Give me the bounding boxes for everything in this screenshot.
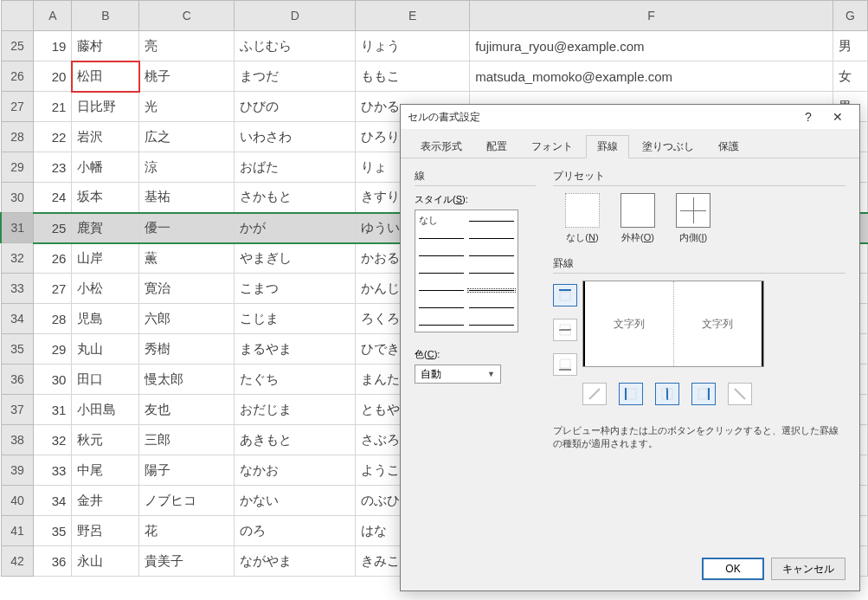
dialog-titlebar[interactable]: セルの書式設定 ? ✕ — [401, 105, 859, 129]
cell[interactable]: 山岸 — [72, 243, 139, 274]
tab-0[interactable]: 表示形式 — [409, 135, 473, 158]
row-header[interactable]: 41 — [1, 516, 34, 546]
cell[interactable]: 25 — [34, 213, 72, 243]
cell[interactable]: まつだ — [235, 61, 356, 92]
line-style-item[interactable] — [469, 273, 514, 274]
cell[interactable]: 涼 — [139, 152, 235, 183]
cell[interactable]: 28 — [34, 304, 72, 334]
cell[interactable]: 貴美子 — [139, 546, 235, 577]
cell[interactable]: 32 — [34, 425, 72, 455]
cell[interactable]: 31 — [34, 395, 72, 425]
tab-5[interactable]: 保護 — [707, 135, 750, 158]
cell[interactable]: 鹿賀 — [72, 213, 139, 243]
line-style-item[interactable] — [419, 307, 464, 308]
ok-button[interactable]: OK — [702, 558, 764, 580]
cell[interactable]: 丸山 — [72, 334, 139, 365]
preset-none[interactable]: なし(N) — [565, 193, 600, 244]
cell[interactable]: 33 — [34, 455, 72, 486]
row-header[interactable]: 28 — [1, 122, 34, 152]
row-header[interactable]: 25 — [1, 31, 34, 61]
cell[interactable]: 秀樹 — [139, 334, 235, 365]
row-header[interactable]: 37 — [1, 395, 34, 425]
cell[interactable]: おだじま — [235, 395, 356, 425]
cell[interactable]: fujimura_ryou@example.com — [470, 31, 833, 61]
cell[interactable]: 亮 — [139, 31, 235, 61]
cell[interactable]: いわさわ — [235, 122, 356, 152]
cell[interactable]: 27 — [34, 274, 72, 304]
cell[interactable]: 中尾 — [72, 455, 139, 486]
line-style-item[interactable] — [469, 221, 514, 222]
row-header[interactable]: 33 — [1, 274, 34, 304]
line-style-item[interactable] — [419, 273, 464, 274]
border-diag2-button[interactable] — [728, 383, 752, 405]
cell[interactable]: 金井 — [72, 486, 139, 516]
line-style-item[interactable] — [469, 238, 514, 239]
cell[interactable]: 21 — [34, 92, 72, 122]
cell[interactable]: 藤村 — [72, 31, 139, 61]
tab-1[interactable]: 配置 — [475, 135, 518, 158]
cell[interactable]: こまつ — [235, 274, 356, 304]
line-style-item[interactable] — [419, 238, 464, 239]
cell[interactable]: 桃子 — [139, 61, 235, 92]
column-header[interactable]: F — [470, 1, 833, 31]
row-header[interactable]: 38 — [1, 425, 34, 455]
row-header[interactable]: 34 — [1, 304, 34, 334]
cell[interactable]: 田口 — [72, 365, 139, 395]
row-header[interactable]: 35 — [1, 334, 34, 365]
cell[interactable]: 26 — [34, 243, 72, 274]
border-bottom-button[interactable] — [553, 353, 577, 376]
cell[interactable]: 23 — [34, 152, 72, 183]
border-left-button[interactable] — [619, 383, 643, 405]
help-button[interactable]: ? — [794, 106, 823, 127]
cell[interactable]: 小幡 — [72, 152, 139, 183]
column-header[interactable]: D — [235, 1, 356, 31]
cell[interactable]: おばた — [235, 152, 356, 183]
column-header[interactable]: B — [72, 1, 139, 31]
border-top-button[interactable] — [553, 284, 577, 306]
column-header[interactable]: C — [139, 1, 235, 31]
row-header[interactable]: 31 — [1, 213, 34, 243]
line-style-item[interactable] — [419, 290, 464, 291]
table-row[interactable]: 2620松田桃子まつだももこmatsuda_momoko@example.com… — [1, 61, 868, 92]
cell[interactable]: 寛治 — [139, 274, 235, 304]
cell[interactable]: 松田 — [72, 61, 139, 92]
row-header[interactable]: 32 — [1, 243, 34, 274]
cell[interactable]: ながやま — [235, 546, 356, 577]
table-row[interactable]: 2519藤村亮ふじむらりょうfujimura_ryou@example.com男 — [1, 31, 868, 61]
cell[interactable]: やまぎし — [235, 243, 356, 274]
cell[interactable]: 女 — [833, 61, 867, 92]
cell[interactable]: 薫 — [139, 243, 235, 274]
cell[interactable]: 秋元 — [72, 425, 139, 455]
cell[interactable]: ももこ — [356, 61, 470, 92]
line-style-item[interactable] — [469, 307, 514, 308]
cell[interactable]: 日比野 — [72, 92, 139, 122]
cell[interactable]: 20 — [34, 61, 72, 92]
preset-inside[interactable]: 内側(I) — [676, 193, 710, 244]
row-header[interactable]: 30 — [1, 183, 34, 213]
cell[interactable]: のろ — [235, 516, 356, 546]
cell[interactable]: 広之 — [139, 122, 235, 152]
cell[interactable]: 小松 — [72, 274, 139, 304]
tab-3[interactable]: 罫線 — [586, 135, 629, 158]
cell[interactable]: 30 — [34, 365, 72, 395]
cancel-button[interactable]: キャンセル — [771, 558, 845, 580]
column-header[interactable]: G — [833, 1, 867, 31]
column-header[interactable] — [1, 1, 34, 31]
tab-2[interactable]: フォント — [520, 135, 584, 158]
cell[interactable]: 友也 — [139, 395, 235, 425]
cell[interactable]: りょう — [356, 31, 470, 61]
cell[interactable]: 24 — [34, 183, 72, 213]
cell[interactable]: 児島 — [72, 304, 139, 334]
row-header[interactable]: 29 — [1, 152, 34, 183]
preset-outline[interactable]: 外枠(O) — [620, 193, 655, 244]
row-header[interactable]: 40 — [1, 486, 34, 516]
border-vmid-button[interactable] — [655, 383, 679, 405]
cell[interactable]: 優一 — [139, 213, 235, 243]
cell[interactable]: 花 — [139, 516, 235, 546]
cell[interactable]: 22 — [34, 122, 72, 152]
cell[interactable]: かが — [235, 213, 356, 243]
cell[interactable]: たぐち — [235, 365, 356, 395]
color-picker[interactable]: 自動 ▼ — [415, 365, 501, 384]
cell[interactable]: 36 — [34, 546, 72, 577]
line-style-item[interactable] — [419, 325, 464, 326]
